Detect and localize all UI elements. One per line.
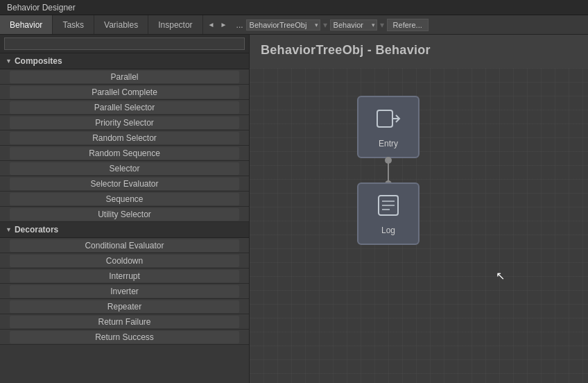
- list-item-random-sequence[interactable]: Random Sequence: [0, 146, 249, 161]
- list-item-inner: Selector: [10, 162, 239, 175]
- breadcrumb-sep2: ▾: [380, 20, 384, 30]
- list-item-inner: Sequence: [10, 193, 239, 205]
- list-item-inner: Priority Selector: [10, 117, 239, 129]
- search-bar: [0, 35, 249, 53]
- behavior-select-wrap[interactable]: Behavior: [330, 19, 377, 31]
- composites-triangle: ▼: [6, 58, 12, 65]
- list-item-inner: Repeater: [10, 300, 239, 313]
- list-item-selector[interactable]: Selector: [0, 161, 249, 176]
- nav-right-button[interactable]: ►: [218, 19, 230, 31]
- list-item-priority-selector[interactable]: Priority Selector: [0, 115, 249, 130]
- log-icon: [376, 193, 401, 223]
- list-item-conditional-evaluator[interactable]: Conditional Evaluator: [0, 238, 249, 253]
- panel-scroll[interactable]: ▼ Composites Parallel Parallel Complete …: [0, 53, 249, 383]
- tree-obj-select[interactable]: BehaviorTreeObj: [246, 19, 320, 31]
- list-item-utility-selector[interactable]: Utility Selector: [0, 207, 249, 222]
- list-item-inner: Inverter: [10, 285, 239, 298]
- tab-variables[interactable]: Variables: [94, 15, 148, 34]
- breadcrumb: ... BehaviorTreeObj ▾ Behavior ▾ Refere.…: [232, 19, 588, 31]
- tree-obj-select-wrap[interactable]: BehaviorTreeObj: [246, 19, 320, 31]
- list-item-inner: Return Success: [10, 331, 239, 343]
- log-label: Log: [381, 225, 395, 235]
- list-item-return-failure[interactable]: Return Failure: [0, 314, 249, 330]
- references-button[interactable]: Refere...: [387, 19, 429, 31]
- composites-label: Composites: [15, 56, 62, 66]
- canvas-title: BehaviorTreeObj - Behavior: [250, 35, 588, 66]
- left-panel: ▼ Composites Parallel Parallel Complete …: [0, 35, 250, 383]
- tab-tasks[interactable]: Tasks: [53, 15, 94, 34]
- breadcrumb-nav: ◄ ►: [203, 19, 232, 31]
- log-node[interactable]: Log: [357, 182, 420, 245]
- list-item-inner: Interrupt: [10, 270, 239, 282]
- decorators-label: Decorators: [15, 225, 58, 235]
- list-item-random-selector[interactable]: Random Selector: [0, 130, 249, 146]
- list-item-inner: Return Failure: [10, 316, 239, 328]
- title-bar: Behavior Designer: [0, 0, 588, 15]
- entry-label: Entry: [379, 139, 398, 148]
- list-item-inner: Random Selector: [10, 132, 239, 144]
- right-panel[interactable]: BehaviorTreeObj - Behavior Entry: [250, 35, 588, 383]
- tab-bar: Behavior Tasks Variables Inspector ◄ ► .…: [0, 15, 588, 35]
- app-title: Behavior Designer: [7, 3, 76, 12]
- list-item-inverter[interactable]: Inverter: [0, 284, 249, 299]
- list-item-inner: Utility Selector: [10, 208, 239, 221]
- list-item-repeater[interactable]: Repeater: [0, 299, 249, 314]
- nav-left-button[interactable]: ◄: [206, 19, 217, 31]
- search-input[interactable]: [4, 37, 245, 50]
- list-item-selector-evaluator[interactable]: Selector Evaluator: [0, 176, 249, 192]
- svg-rect-0: [377, 110, 392, 127]
- behavior-select[interactable]: Behavior: [330, 19, 377, 31]
- list-item-inner: Conditional Evaluator: [10, 239, 239, 252]
- list-item-cooldown[interactable]: Cooldown: [0, 253, 249, 269]
- list-item-parallel[interactable]: Parallel: [0, 69, 249, 85]
- breadcrumb-sep: ▾: [323, 20, 327, 30]
- list-item-return-success[interactable]: Return Success: [0, 330, 249, 345]
- composites-section-header[interactable]: ▼ Composites: [0, 53, 249, 69]
- conn-dot-top: [385, 157, 392, 164]
- entry-node[interactable]: Entry: [357, 96, 420, 158]
- list-item-inner: Random Sequence: [10, 147, 239, 160]
- canvas-area[interactable]: Entry Log ↖: [250, 68, 588, 383]
- entry-icon: [376, 106, 401, 136]
- tab-behavior[interactable]: Behavior: [0, 15, 53, 34]
- list-item-parallel-complete[interactable]: Parallel Complete: [0, 85, 249, 100]
- list-item-inner: Selector Evaluator: [10, 178, 239, 190]
- decorators-section-header[interactable]: ▼ Decorators: [0, 222, 249, 238]
- decorators-triangle: ▼: [6, 226, 12, 233]
- list-item-inner: Cooldown: [10, 255, 239, 267]
- list-item-inner: Parallel Complete: [10, 86, 239, 99]
- list-item-inner: Parallel: [10, 71, 239, 83]
- list-item-parallel-selector[interactable]: Parallel Selector: [0, 100, 249, 115]
- list-item-sequence[interactable]: Sequence: [0, 192, 249, 207]
- tab-inspector[interactable]: Inspector: [148, 15, 202, 34]
- cursor-icon: ↖: [496, 269, 505, 282]
- list-item-interrupt[interactable]: Interrupt: [0, 269, 249, 284]
- list-item-inner: Parallel Selector: [10, 101, 239, 114]
- breadcrumb-ellipsis: ...: [236, 20, 243, 30]
- main-layout: ▼ Composites Parallel Parallel Complete …: [0, 35, 588, 383]
